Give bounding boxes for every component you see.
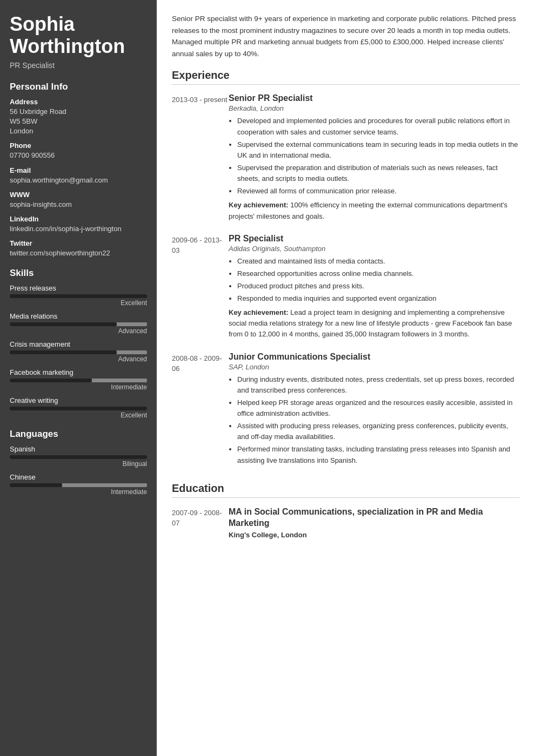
linkedin-block: LinkedIn linkedin.com/in/sophia-j-worthi… <box>10 215 147 234</box>
candidate-name: Sophia Worthington <box>10 13 147 58</box>
skill-level: Excellent <box>10 299 147 307</box>
sidebar: Sophia Worthington PR Specialist Persona… <box>0 0 157 756</box>
experience-bullet: Responded to media inquiries and support… <box>237 293 520 304</box>
skill-name: Facebook marketing <box>10 368 147 376</box>
address-line1: 56 Uxbridge Road <box>10 107 147 117</box>
experience-bullets: Created and maintained lists of media co… <box>237 256 520 305</box>
experience-job-title: Senior PR Specialist <box>229 93 520 103</box>
skills-heading: Skills <box>10 268 147 279</box>
email-label: E-mail <box>10 166 147 174</box>
address-line3: London <box>10 126 147 136</box>
skill-bar <box>10 294 147 298</box>
skill-item: Facebook marketing Intermediate <box>10 368 147 391</box>
experience-bullet: Produced product pitches and press kits. <box>237 281 520 292</box>
education-entry: 2007-09 - 2008-07 MA in Social Communica… <box>172 507 520 539</box>
email-value: sophia.worthington@gmail.com <box>10 176 147 185</box>
experience-bullets: During industry events, distributed note… <box>237 374 520 466</box>
experience-date: 2013-03 - present <box>172 93 229 221</box>
education-degree: MA in Social Communications, specializat… <box>229 507 520 529</box>
experience-bullet: Supervised the preparation and distribut… <box>237 163 520 184</box>
experience-company: SAP, London <box>229 363 520 371</box>
skill-level: Advanced <box>10 355 147 363</box>
www-value: sophia-insights.com <box>10 200 147 210</box>
skill-bar <box>10 322 147 326</box>
address-line2: W5 5BW <box>10 117 147 126</box>
languages-heading: Languages <box>10 429 147 440</box>
phone-block: Phone 07700 900556 <box>10 141 147 160</box>
skills-list: Press releases Excellent Media relations… <box>10 284 147 419</box>
language-level: Intermediate <box>10 488 147 496</box>
phone-value: 07700 900556 <box>10 151 147 160</box>
skill-level: Excellent <box>10 411 147 419</box>
education-section: Education 2007-09 - 2008-07 MA in Social… <box>172 482 520 539</box>
twitter-label: Twitter <box>10 239 147 247</box>
education-list: 2007-09 - 2008-07 MA in Social Communica… <box>172 507 520 539</box>
skill-name: Crisis management <box>10 340 147 348</box>
languages-list: Spanish Bilingual Chinese Intermediate <box>10 445 147 496</box>
language-item: Chinese Intermediate <box>10 473 147 496</box>
skill-name: Press releases <box>10 284 147 292</box>
skill-bar <box>10 407 147 410</box>
education-date: 2007-09 - 2008-07 <box>172 507 229 539</box>
experience-date: 2008-08 - 2009-06 <box>172 352 229 469</box>
experience-section: Experience 2013-03 - present Senior PR S… <box>172 69 520 469</box>
language-item: Spanish Bilingual <box>10 445 147 468</box>
skill-item: Crisis management Advanced <box>10 340 147 363</box>
phone-label: Phone <box>10 141 147 150</box>
main-content: Senior PR specialist with 9+ years of ex… <box>157 0 535 756</box>
experience-job-title: Junior Communications Specialist <box>229 352 520 362</box>
twitter-block: Twitter twitter.com/sophieworthington22 <box>10 239 147 258</box>
experience-bullet: Performed minor translating tasks, inclu… <box>237 444 520 465</box>
experience-entry: 2008-08 - 2009-06 Junior Communications … <box>172 352 520 469</box>
language-bar <box>10 455 147 459</box>
experience-bullets: Developed and implemented policies and p… <box>237 116 520 197</box>
experience-list: 2013-03 - present Senior PR Specialist B… <box>172 93 520 469</box>
experience-bullet: Reviewed all forms of communication prio… <box>237 186 520 197</box>
experience-date: 2009-06 - 2013-03 <box>172 234 229 340</box>
www-label: WWW <box>10 191 147 199</box>
experience-entry: 2013-03 - present Senior PR Specialist B… <box>172 93 520 221</box>
summary-text: Senior PR specialist with 9+ years of ex… <box>172 13 520 59</box>
skill-bar <box>10 379 147 382</box>
skill-bar <box>10 350 147 354</box>
candidate-job-title: PR Specialist <box>10 61 147 70</box>
skill-item: Media relations Advanced <box>10 312 147 335</box>
experience-achievement: Key achievement: Lead a project team in … <box>229 307 520 340</box>
experience-bullet: Helped keep PR storage areas organized a… <box>237 397 520 419</box>
experience-bullet: Developed and implemented policies and p… <box>237 116 520 137</box>
education-heading: Education <box>172 482 520 498</box>
email-block: E-mail sophia.worthington@gmail.com <box>10 166 147 185</box>
education-school: King's College, London <box>229 531 520 539</box>
experience-content: PR Specialist Adidas Originals, Southamp… <box>229 234 520 340</box>
www-block: WWW sophia-insights.com <box>10 191 147 210</box>
experience-content: Senior PR Specialist Berkadia, London De… <box>229 93 520 221</box>
skill-item: Press releases Excellent <box>10 284 147 307</box>
skill-name: Creative writing <box>10 396 147 404</box>
experience-bullet: During industry events, distributed note… <box>237 374 520 396</box>
experience-company: Adidas Originals, Southampton <box>229 245 520 253</box>
experience-bullet: Assisted with producing press releases, … <box>237 421 520 442</box>
skill-level: Intermediate <box>10 383 147 391</box>
experience-company: Berkadia, London <box>229 104 520 112</box>
skill-name: Media relations <box>10 312 147 320</box>
linkedin-label: LinkedIn <box>10 215 147 223</box>
personal-info-heading: Personal Info <box>10 82 147 92</box>
language-bar <box>10 483 147 487</box>
twitter-value: twitter.com/sophieworthington22 <box>10 248 147 258</box>
experience-heading: Experience <box>172 69 520 85</box>
address-block: Address 56 Uxbridge Road W5 5BW London <box>10 98 147 137</box>
language-name: Chinese <box>10 473 147 481</box>
experience-achievement: Key achievement: 100% efficiency in meet… <box>229 200 520 221</box>
experience-bullet: Researched opportunities across online m… <box>237 268 520 279</box>
language-name: Spanish <box>10 445 147 453</box>
linkedin-value: linkedin.com/in/sophia-j-worthington <box>10 224 147 234</box>
skill-level: Advanced <box>10 327 147 335</box>
experience-content: Junior Communications Specialist SAP, Lo… <box>229 352 520 469</box>
experience-job-title: PR Specialist <box>229 234 520 244</box>
experience-bullet: Created and maintained lists of media co… <box>237 256 520 267</box>
education-content: MA in Social Communications, specializat… <box>229 507 520 539</box>
skill-item: Creative writing Excellent <box>10 396 147 419</box>
address-label: Address <box>10 98 147 106</box>
experience-entry: 2009-06 - 2013-03 PR Specialist Adidas O… <box>172 234 520 340</box>
experience-bullet: Supervised the external communications t… <box>237 139 520 161</box>
